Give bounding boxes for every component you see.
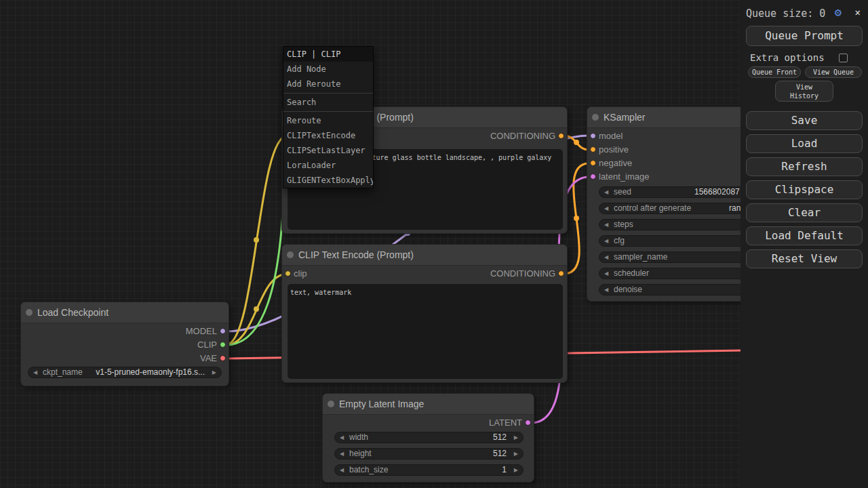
menu-separator xyxy=(283,93,373,94)
input-dot-latent-image[interactable] xyxy=(590,174,596,180)
widget-label: denoise xyxy=(614,285,642,295)
output-label-latent: LATENT xyxy=(489,418,522,428)
queue-prompt-button[interactable]: Queue Prompt xyxy=(746,26,863,46)
output-label-model: MODEL xyxy=(186,326,217,336)
wire-positive-midpoint-dot xyxy=(574,140,579,145)
menu-item-cliptextencode[interactable]: CLIPTextEncode xyxy=(283,128,373,143)
node-title-bar[interactable]: CLIP Text Encode (Prompt) xyxy=(282,245,567,266)
save-button[interactable]: Save xyxy=(746,111,863,130)
output-label-conditioning: CONDITIONING xyxy=(490,268,555,279)
menu-item-loraloader[interactable]: LoraLoader xyxy=(283,158,373,173)
widget-label: sampler_name xyxy=(614,252,667,262)
comfyui-canvas[interactable]: { "palette": { "model": "#b39ddb", "clip… xyxy=(0,0,868,488)
decrement-arrow-icon[interactable]: ◀ xyxy=(604,187,608,197)
output-slot-conditioning: CONDITIONING xyxy=(440,267,567,281)
decrement-arrow-icon[interactable]: ◀ xyxy=(33,367,37,378)
node-clip-text-encode-2[interactable]: CLIP Text Encode (Prompt) clip CONDITION… xyxy=(281,244,568,383)
node-empty-latent-image[interactable]: Empty Latent Image LATENT ◀ width 512 ▶ … xyxy=(322,393,534,483)
decrement-arrow-icon[interactable]: ◀ xyxy=(604,268,608,279)
close-icon[interactable]: ✕ xyxy=(855,7,861,18)
node-title-bar[interactable]: Empty Latent Image xyxy=(323,394,534,415)
output-slot-clip: CLIP xyxy=(129,338,229,352)
input-dot-positive[interactable] xyxy=(590,146,596,152)
menu-search-input[interactable]: Search xyxy=(283,95,373,110)
refresh-button[interactable]: Refresh xyxy=(746,157,863,176)
clipspace-button[interactable]: Clipspace xyxy=(746,180,863,199)
menu-item-add-node[interactable]: Add Node xyxy=(283,62,373,77)
decrement-arrow-icon[interactable]: ◀ xyxy=(604,220,608,230)
increment-arrow-icon[interactable]: ▶ xyxy=(514,449,518,459)
decrement-arrow-icon[interactable]: ◀ xyxy=(604,203,608,214)
collapse-dot[interactable] xyxy=(328,401,334,407)
decrement-arrow-icon[interactable]: ◀ xyxy=(604,285,608,295)
widget-label: cfg xyxy=(614,236,625,246)
input-label-positive: positive xyxy=(599,144,629,155)
collapse-dot[interactable] xyxy=(592,114,599,121)
input-slot-positive: positive xyxy=(587,143,694,157)
menu-item-add-reroute[interactable]: Add Reroute xyxy=(283,77,373,92)
input-label-negative: negative xyxy=(599,158,632,168)
output-dot-latent[interactable] xyxy=(525,420,531,426)
node-title-text: KSampler xyxy=(604,112,645,123)
batch-size-widget[interactable]: ◀ batch_size 1 ▶ xyxy=(334,464,524,476)
input-dot-negative[interactable] xyxy=(590,160,596,166)
widget-value: 1 xyxy=(502,465,507,475)
view-queue-button[interactable]: View Queue xyxy=(805,66,862,78)
reset-view-button[interactable]: Reset View xyxy=(746,249,863,268)
node-title-text: Empty Latent Image xyxy=(339,399,424,409)
clear-button[interactable]: Clear xyxy=(746,203,863,222)
increment-arrow-icon[interactable]: ▶ xyxy=(514,465,518,475)
widget-label: seed xyxy=(614,187,631,197)
widget-label: batch_size xyxy=(349,465,388,475)
widget-label: scheduler xyxy=(614,268,649,279)
widget-value: 512 xyxy=(493,432,507,443)
widget-label: height xyxy=(349,449,372,459)
menu-item-reroute[interactable]: Reroute xyxy=(283,113,373,128)
output-dot-conditioning[interactable] xyxy=(558,270,564,277)
input-slot-clip: clip xyxy=(282,267,368,281)
menu-item-gligentextboxapply[interactable]: GLIGENTextBoxApply xyxy=(283,173,373,188)
prompt-textarea[interactable]: text, watermark xyxy=(288,284,563,379)
input-dot-model[interactable] xyxy=(590,133,596,139)
widget-label: control after generate xyxy=(614,203,691,214)
load-button[interactable]: Load xyxy=(746,134,863,153)
input-dot-clip[interactable] xyxy=(285,270,291,277)
increment-arrow-icon[interactable]: ▶ xyxy=(212,367,216,378)
collapse-dot[interactable] xyxy=(26,309,33,316)
input-label-model: model xyxy=(599,131,623,141)
wire-drag-clip xyxy=(226,185,284,345)
view-history-button[interactable]: View History xyxy=(775,81,833,102)
width-widget[interactable]: ◀ width 512 ▶ xyxy=(334,432,524,443)
node-title-bar[interactable]: Load Checkpoint xyxy=(21,302,229,323)
load-default-button[interactable]: Load Default xyxy=(746,226,863,245)
extra-options-checkbox[interactable] xyxy=(839,54,848,62)
decrement-arrow-icon[interactable]: ◀ xyxy=(340,449,344,459)
decrement-arrow-icon[interactable]: ◀ xyxy=(340,465,344,475)
output-slot-vae: VAE xyxy=(129,352,229,365)
widget-value: 512 xyxy=(493,449,507,459)
decrement-arrow-icon[interactable]: ◀ xyxy=(604,236,608,246)
output-dot-clip[interactable] xyxy=(220,342,226,348)
output-dot-conditioning[interactable] xyxy=(558,133,564,139)
output-dot-vae[interactable] xyxy=(220,355,226,361)
wire-negative-midpoint-dot xyxy=(574,216,579,221)
output-dot-model[interactable] xyxy=(220,328,226,334)
output-slot-latent: LATENT xyxy=(434,416,534,430)
sidebar-menu: Queue size: 0 ⚙ ✕ Queue Prompt Extra opt… xyxy=(741,0,868,488)
menu-separator xyxy=(283,111,373,112)
decrement-arrow-icon[interactable]: ◀ xyxy=(604,252,608,262)
node-load-checkpoint[interactable]: Load Checkpoint MODEL CLIP VAE ◀ ckpt_na… xyxy=(20,302,229,386)
collapse-dot[interactable] xyxy=(287,251,294,258)
decrement-arrow-icon[interactable]: ◀ xyxy=(340,432,344,443)
queue-front-button[interactable]: Queue Front xyxy=(748,66,801,78)
output-label-vae: VAE xyxy=(200,353,217,363)
settings-gear-icon[interactable]: ⚙ xyxy=(835,5,842,19)
widget-label: ckpt_name xyxy=(43,367,83,378)
node-title-text: CLIP Text Encode (Prompt) xyxy=(298,249,414,260)
increment-arrow-icon[interactable]: ▶ xyxy=(514,432,518,443)
input-slot-negative: negative xyxy=(587,157,694,170)
menu-item-clipsetlastlayer[interactable]: CLIPSetLastLayer xyxy=(283,143,373,158)
wire-clip2-midpoint-dot xyxy=(254,306,259,312)
ckpt-name-widget[interactable]: ◀ ckpt_name v1-5-pruned-emaonly-fp16.s..… xyxy=(28,367,222,378)
height-widget[interactable]: ◀ height 512 ▶ xyxy=(334,448,524,460)
